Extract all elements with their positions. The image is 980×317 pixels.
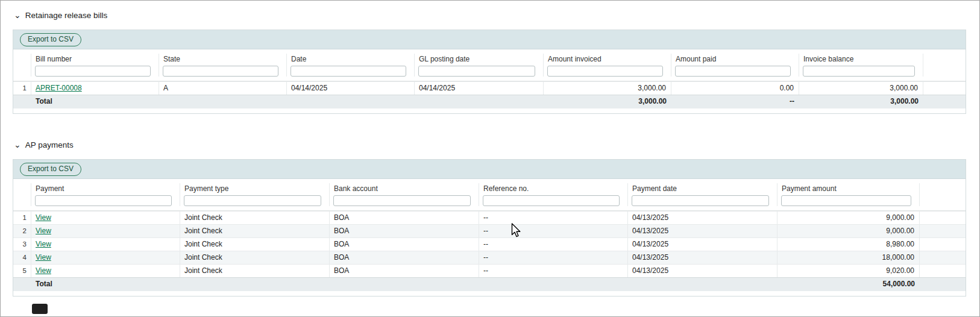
bank-account-cell: BOA — [330, 251, 479, 264]
reference-no-cell: -- — [479, 265, 628, 277]
view-payment-link[interactable]: View — [36, 266, 51, 275]
column-header-bank-account: Bank account — [330, 183, 479, 195]
row-number-header — [13, 54, 31, 66]
invoice-balance-cell: 3,000.00 — [799, 82, 923, 95]
payment-type-cell: Joint Check — [180, 251, 330, 264]
page: ⌄ Retainage release bills Export to CSV … — [0, 0, 980, 317]
date-cell: 04/14/2025 — [287, 82, 415, 95]
row-number: 4 — [13, 251, 31, 264]
filter-input-bank-account[interactable] — [333, 195, 471, 206]
header-gutter — [923, 54, 966, 66]
ap-payments-table-card: Export to CSV Payment Payment type Bank … — [13, 159, 966, 297]
filter-input-state[interactable] — [163, 66, 278, 77]
payment-date-cell: 04/13/2025 — [628, 238, 777, 251]
reference-no-cell: -- — [479, 212, 628, 224]
filter-gutter — [923, 66, 966, 77]
ap-payment-row: 5 View Joint Check BOA -- 04/13/2025 9,0… — [13, 264, 966, 277]
total-label: Total — [31, 278, 180, 291]
chevron-down-icon[interactable]: ⌄ — [14, 142, 21, 148]
retainage-section: ⌄ Retainage release bills Export to CSV … — [1, 1, 979, 114]
total-amount-paid: -- — [671, 95, 799, 108]
view-payment-link[interactable]: View — [36, 227, 51, 235]
filter-input-invoice-balance[interactable] — [803, 66, 915, 77]
column-header-payment-type: Payment type — [180, 183, 330, 195]
payment-date-cell: 04/13/2025 — [628, 251, 777, 264]
retainage-filter-row — [13, 66, 966, 81]
row-gutter — [923, 82, 966, 95]
header-gutter — [920, 183, 966, 195]
payment-amount-cell: 9,020.00 — [777, 265, 920, 277]
card-footer — [13, 108, 966, 113]
ap-payments-section-header: ⌄ AP payments — [14, 114, 979, 150]
column-header-state: State — [159, 54, 287, 66]
chevron-down-icon[interactable]: ⌄ — [14, 12, 21, 18]
payment-date-cell: 04/13/2025 — [628, 225, 777, 237]
filter-input-bill-number[interactable] — [35, 66, 151, 77]
filter-input-date[interactable] — [291, 66, 406, 77]
filter-input-gl-posting-date[interactable] — [418, 66, 535, 77]
payment-amount-cell: 9,000.00 — [777, 212, 920, 224]
row-number: 1 — [13, 212, 31, 224]
bank-account-cell: BOA — [330, 238, 479, 251]
total-invoice-balance: 3,000.00 — [799, 95, 923, 108]
retainage-table-row: 1 APRET-00008 A 04/14/2025 04/14/2025 3,… — [13, 81, 966, 95]
export-csv-button[interactable]: Export to CSV — [20, 163, 81, 176]
bank-account-cell: BOA — [330, 225, 479, 237]
filter-input-payment[interactable] — [35, 195, 172, 206]
row-number: 5 — [13, 265, 31, 277]
row-number: 3 — [13, 238, 31, 251]
column-header-amount-paid: Amount paid — [671, 54, 799, 66]
amount-paid-cell: 0.00 — [671, 82, 799, 95]
view-payment-link[interactable]: View — [36, 253, 51, 262]
payment-amount-cell: 18,000.00 — [777, 251, 920, 264]
column-header-payment-amount: Payment amount — [777, 183, 920, 195]
column-header-payment-date: Payment date — [628, 183, 777, 195]
reference-no-cell: -- — [479, 225, 628, 237]
column-header-payment: Payment — [31, 183, 180, 195]
column-header-invoice-balance: Invoice balance — [799, 54, 923, 66]
amount-invoiced-cell: 3,000.00 — [544, 82, 671, 95]
bill-number-link[interactable]: APRET-00008 — [36, 84, 82, 92]
view-payment-link[interactable]: View — [36, 240, 51, 248]
payment-date-cell: 04/13/2025 — [628, 212, 777, 224]
column-header-date: Date — [287, 54, 415, 66]
filter-input-amount-invoiced[interactable] — [547, 66, 663, 77]
card-footer — [13, 291, 966, 296]
export-csv-button[interactable]: Export to CSV — [20, 33, 81, 46]
ap-payment-row: 2 View Joint Check BOA -- 04/13/2025 9,0… — [13, 224, 966, 237]
filter-cell-empty — [13, 195, 31, 206]
row-number: 1 — [13, 82, 31, 95]
filter-input-amount-paid[interactable] — [675, 66, 791, 77]
retainage-header-row: Bill number State Date GL posting date A… — [13, 49, 966, 66]
reference-no-cell: -- — [479, 251, 628, 264]
payment-amount-cell: 8,980.00 — [777, 238, 920, 251]
view-payment-link[interactable]: View — [36, 213, 51, 222]
bank-account-cell: BOA — [330, 212, 479, 224]
ap-payment-row: 3 View Joint Check BOA -- 04/13/2025 8,9… — [13, 237, 966, 251]
filter-cell-empty — [13, 66, 31, 77]
retainage-toolbar: Export to CSV — [13, 30, 966, 49]
column-header-bill-number: Bill number — [31, 54, 159, 66]
reference-no-cell: -- — [479, 238, 628, 251]
total-payment-amount: 54,000.00 — [777, 278, 920, 291]
retainage-section-title: Retainage release bills — [25, 11, 108, 20]
payment-date-cell: 04/13/2025 — [628, 265, 777, 277]
row-number-header — [13, 183, 31, 195]
filter-input-reference-no[interactable] — [483, 195, 620, 206]
state-cell: A — [159, 82, 287, 95]
gl-posting-date-cell: 04/14/2025 — [415, 82, 544, 95]
bottom-left-tooltip-fragment — [32, 304, 48, 314]
retainage-table-card: Export to CSV Bill number State Date GL … — [13, 30, 966, 114]
ap-payments-header-row: Payment Payment type Bank account Refere… — [13, 179, 966, 195]
column-header-reference-no: Reference no. — [479, 183, 628, 195]
total-label: Total — [31, 95, 159, 108]
filter-input-payment-amount[interactable] — [781, 195, 911, 206]
filter-input-payment-date[interactable] — [632, 195, 769, 206]
total-amount-invoiced: 3,000.00 — [544, 95, 671, 108]
filter-input-payment-type[interactable] — [184, 195, 321, 206]
row-number: 2 — [13, 225, 31, 237]
ap-payment-row: 1 View Joint Check BOA -- 04/13/2025 9,0… — [13, 211, 966, 224]
ap-payments-section: ⌄ AP payments Export to CSV Payment Paym… — [1, 114, 979, 297]
ap-payment-row: 4 View Joint Check BOA -- 04/13/2025 18,… — [13, 251, 966, 264]
bank-account-cell: BOA — [330, 265, 479, 277]
